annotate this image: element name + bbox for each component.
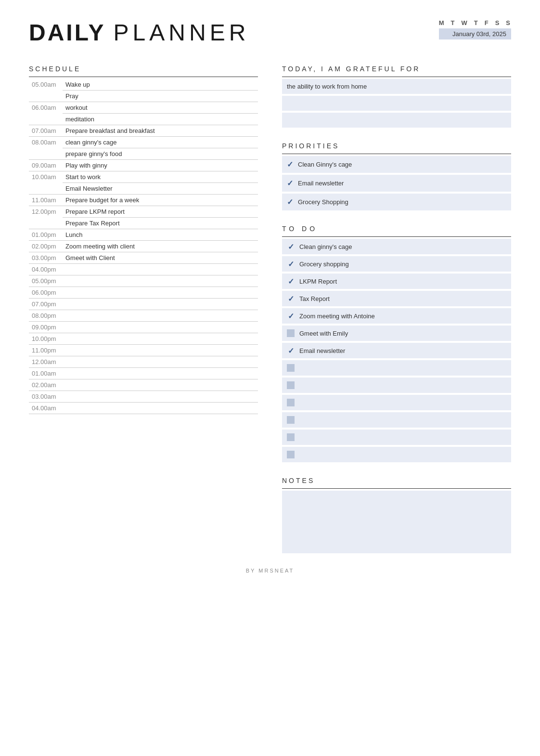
event-cell: Play with ginny <box>63 160 258 171</box>
grateful-title: TODAY, I AM GRATEFUL FOR <box>282 65 511 73</box>
todo-item <box>282 447 511 462</box>
event-cell <box>63 275 258 287</box>
time-cell: 12.00pm <box>29 206 63 229</box>
title-light2: PLANNER <box>114 20 250 45</box>
title-bold: DAILY <box>29 20 106 45</box>
event-cell: Pray <box>63 91 258 102</box>
todo-checkbox-unchecked <box>287 433 295 441</box>
event-cell: Prepare breakfast and breakfast <box>63 125 258 137</box>
check-icon: ✓ <box>287 197 293 207</box>
event-cell: clean ginny's cage <box>63 137 258 148</box>
todo-item: ✓Zoom meeting with Antoine <box>282 308 511 324</box>
todo-text: Gmeet with Emily <box>299 330 348 337</box>
notes-area <box>282 491 511 553</box>
todo-checkbox-checked: ✓ <box>287 295 295 302</box>
days-row: M T W T F S S <box>439 19 511 26</box>
table-row: 05.00amWake up <box>29 79 258 91</box>
day-s1: S <box>495 19 501 26</box>
todo-checkbox-unchecked <box>287 381 295 389</box>
time-cell: 10.00am <box>29 171 63 195</box>
priority-text: Email newsletter <box>298 180 344 187</box>
table-row: 08.00pm <box>29 310 258 322</box>
day-m: M <box>439 19 445 26</box>
table-row: 01.00am <box>29 368 258 379</box>
main-content: SCHEDULE 05.00amWake upPray06.00amworkou… <box>29 65 511 553</box>
priorities-title: PRIORITIES <box>282 142 511 150</box>
todo-title: TO DO <box>282 225 511 233</box>
time-cell: 11.00am <box>29 195 63 206</box>
priorities-list: ✓Clean Ginny's cage✓Email newsletter✓Gro… <box>282 156 511 210</box>
todo-text: Grocery shopping <box>299 261 349 268</box>
todo-item: ✓Email newsletter <box>282 343 511 358</box>
time-cell: 01.00am <box>29 368 63 379</box>
time-cell: 01.00pm <box>29 229 63 241</box>
event-cell: Prepare Tax Report <box>63 218 258 229</box>
table-row: 02.00am <box>29 379 258 391</box>
event-cell: workout <box>63 102 258 114</box>
calendar-widget: M T W T F S S January 03rd, 2025 <box>439 19 511 39</box>
event-cell <box>63 345 258 356</box>
table-row: 07.00amPrepare breakfast and breakfast <box>29 125 258 137</box>
event-cell: Wake up <box>63 79 258 91</box>
event-cell: meditation <box>63 114 258 125</box>
table-row: 04.00am <box>29 403 258 414</box>
event-cell <box>63 264 258 275</box>
priority-item: ✓Email newsletter <box>282 175 511 192</box>
time-cell: 12.00am <box>29 356 63 368</box>
table-row: prepare ginny's food <box>29 148 258 160</box>
todo-item <box>282 412 511 428</box>
todo-list: ✓Clean ginny's cage✓Grocery shopping✓LKP… <box>282 239 511 462</box>
todo-checkbox-unchecked <box>287 399 295 406</box>
check-icon: ✓ <box>287 160 293 169</box>
event-cell: Lunch <box>63 229 258 241</box>
table-row: 12.00pmPrepare LKPM report <box>29 206 258 218</box>
page-header: DAILY PLANNER M T W T F S S January 03rd… <box>29 19 511 46</box>
grateful-divider <box>282 77 511 77</box>
todo-item <box>282 378 511 393</box>
table-row: 10.00amStart to work <box>29 171 258 183</box>
time-cell: 02.00pm <box>29 241 63 252</box>
table-row: 09.00pm <box>29 322 258 333</box>
priority-text: Clean Ginny's cage <box>298 161 352 168</box>
event-cell: prepare ginny's food <box>63 148 258 160</box>
event-cell <box>63 403 258 414</box>
todo-text: Clean ginny's cage <box>299 243 352 250</box>
todo-item <box>282 360 511 376</box>
todo-text: Tax Report <box>299 295 330 302</box>
todo-text: Email newsletter <box>299 347 345 354</box>
todo-checkbox-checked: ✓ <box>287 260 295 268</box>
time-cell: 08.00pm <box>29 310 63 322</box>
time-cell: 10.00pm <box>29 333 63 345</box>
table-row: Pray <box>29 91 258 102</box>
todo-divider <box>282 236 511 237</box>
day-t2: T <box>474 19 479 26</box>
table-row: 06.00pm <box>29 287 258 299</box>
table-row: 08.00amclean ginny's cage <box>29 137 258 148</box>
check-icon: ✓ <box>287 179 293 188</box>
table-row: 07.00pm <box>29 299 258 310</box>
table-row: 04.00pm <box>29 264 258 275</box>
table-row: 02.00pmZoom meeting with client <box>29 241 258 252</box>
day-t1: T <box>451 19 456 26</box>
schedule-divider <box>29 77 258 77</box>
page-title: DAILY PLANNER <box>29 19 249 46</box>
event-cell: Start to work <box>63 171 258 183</box>
todo-item: Gmeet with Emily <box>282 326 511 341</box>
event-cell: Gmeet with Client <box>63 252 258 264</box>
table-row: 11.00amPrepare budget for a week <box>29 195 258 206</box>
priority-text: Grocery Shopping <box>298 198 348 206</box>
time-cell: 08.00am <box>29 137 63 160</box>
time-cell: 07.00pm <box>29 299 63 310</box>
right-column: TODAY, I AM GRATEFUL FOR the ability to … <box>282 65 511 553</box>
event-cell <box>63 391 258 403</box>
table-row: 03.00pmGmeet with Client <box>29 252 258 264</box>
todo-item: ✓LKPM Report <box>282 274 511 289</box>
todo-checkbox-checked: ✓ <box>287 243 295 250</box>
table-row: Prepare Tax Report <box>29 218 258 229</box>
table-row: meditation <box>29 114 258 125</box>
grateful-list: the ability to work from home <box>282 79 511 128</box>
day-w: W <box>461 19 468 26</box>
time-cell: 03.00pm <box>29 252 63 264</box>
grateful-item <box>282 113 511 128</box>
time-cell: 07.00am <box>29 125 63 137</box>
